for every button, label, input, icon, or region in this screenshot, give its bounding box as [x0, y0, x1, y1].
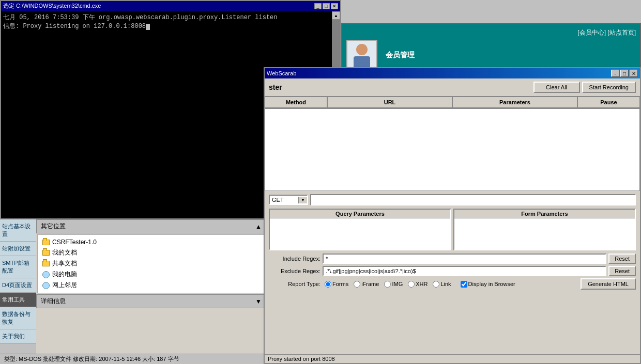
folder-icon-2 [42, 249, 50, 257]
cmd-cursor [146, 24, 150, 30]
nav-item-5[interactable]: 常用工具 [0, 293, 36, 307]
form-params-header: Form Parameters [454, 210, 635, 218]
include-regex-row: Include Regex: Reset [269, 254, 636, 264]
radio-xhr[interactable]: XHR [408, 281, 428, 288]
disk-icon-1 [42, 271, 50, 279]
proxy-table-body [265, 108, 640, 191]
radio-img-input[interactable] [384, 281, 391, 288]
sidebar-collapse-icon[interactable]: ▲ [255, 223, 262, 230]
params-row: Query Parameters Form Parameters [269, 209, 636, 250]
radio-group: Forms iFrame IMG XHR Link [325, 281, 451, 288]
exclude-regex-input[interactable] [323, 266, 606, 276]
url-input[interactable] [310, 194, 636, 205]
proxy-status-text: Proxy started on port 8008 [268, 356, 335, 362]
sidebar-detail-icon[interactable]: ▼ [255, 298, 262, 305]
nav-item-7[interactable]: 关于我们 [0, 329, 36, 344]
status-bar: 类型: MS-DOS 批处理文件 修改日期: 2007-11-5 12:46 大… [0, 354, 264, 364]
proxy-minimize-btn[interactable]: - [611, 70, 619, 77]
form-params-box: Form Parameters [453, 209, 636, 250]
nav-item-1[interactable]: 站点基本设置 [0, 219, 36, 242]
radio-iframe[interactable]: iFrame [354, 281, 379, 288]
radio-forms-input[interactable] [325, 281, 331, 288]
file-item-5[interactable]: 网上邻居 [40, 280, 263, 291]
cmd-minimize-btn[interactable]: _ [314, 3, 322, 9]
section-title: 会员管理 [386, 51, 415, 60]
proxy-toolbar: ster Clear All Start Recording [265, 78, 640, 97]
proxy-table-header: Method URL Parameters Pause [265, 97, 640, 108]
proxy-titlebar: WebScarab - □ ✕ [265, 68, 640, 78]
folder-icon-1 [42, 238, 50, 246]
file-item-1[interactable]: CSRFTester-1.0 [40, 237, 263, 247]
include-regex-label: Include Regex: [269, 256, 320, 262]
proxy-content: GET POST HEAD PUT DELETE ▼ Query Paramet… [265, 194, 640, 294]
nav-item-4[interactable]: D4页面设置 [0, 278, 36, 293]
col-method: Method [265, 97, 327, 108]
file-info: 类型: MS-DOS 批处理文件 修改日期: 2007-11-5 12:46 大… [4, 355, 179, 363]
method-dropdown[interactable]: GET POST HEAD PUT DELETE ▼ [269, 195, 308, 205]
proxy-maximize-btn[interactable]: □ [620, 70, 629, 77]
nav-item-2[interactable]: 站附加设置 [0, 242, 36, 256]
radio-forms[interactable]: Forms [325, 281, 348, 288]
cmd-title-text: 选定 C:\WINDOWS\system32\cmd.exe [3, 2, 101, 10]
proxy-toolbar-buttons: Clear All Start Recording [533, 82, 636, 93]
url-row: GET POST HEAD PUT DELETE ▼ [269, 194, 636, 205]
cmd-maximize-btn[interactable]: □ [323, 3, 330, 9]
file-item-4[interactable]: 我的电脑 [40, 269, 263, 280]
clear-all-button[interactable]: Clear All [533, 82, 580, 93]
display-in-browser-checkbox[interactable] [461, 281, 467, 288]
col-parameters: Parameters [452, 97, 577, 108]
file-item-2[interactable]: 我的文档 [40, 247, 263, 258]
sidebar-section1-header[interactable]: 其它位置 ▲ [36, 219, 266, 233]
exclude-regex-label: Exclude Regex: [269, 268, 320, 274]
include-reset-button[interactable]: Reset [608, 254, 636, 264]
radio-img[interactable]: IMG [384, 281, 403, 288]
query-params-header: Query Parameters [270, 210, 450, 218]
file-tree: CSRFTester-1.0 我的文档 共享文档 我的电脑 网上邻居 [37, 234, 265, 293]
query-params-box: Query Parameters [269, 209, 451, 250]
col-url: URL [327, 97, 452, 108]
form-params-body [454, 218, 635, 249]
col-pause: Pause [577, 97, 640, 108]
disk-icon-2 [42, 281, 50, 290]
proxy-window: WebScarab - □ ✕ ster Clear All Start Rec… [264, 67, 641, 364]
cmd-controls: _ □ ✕ [314, 3, 338, 9]
report-type-label: Report Type: [269, 281, 320, 287]
query-params-body [270, 218, 450, 249]
cmd-close-btn[interactable]: ✕ [331, 3, 338, 9]
nav-right-links[interactable]: [会员中心] [站点首页] [577, 28, 636, 37]
left-nav: 站点基本设置 站附加设置 SMTP邮箱配置 D4页面设置 常用工具 数据备份与恢… [0, 219, 36, 344]
display-in-browser-item[interactable]: Display in Browser [461, 281, 515, 288]
folder-icon-3 [42, 260, 50, 268]
radio-xhr-input[interactable] [408, 281, 415, 288]
exclude-regex-row: Exclude Regex: Reset [269, 266, 636, 276]
avatar-head [356, 44, 368, 55]
nav-item-6[interactable]: 数据备份与恢复 [0, 307, 36, 329]
proxy-toolbar-title: ster [269, 83, 282, 91]
file-tree-sidebar: 其它位置 ▲ CSRFTester-1.0 我的文档 共享文档 我的电脑 网上邻… [36, 219, 266, 354]
proxy-title-controls: - □ ✕ [611, 70, 638, 77]
radio-link[interactable]: Link [433, 281, 451, 288]
cmd-line2: 信息: Proxy listening on 127.0.0.1:8008 [3, 22, 338, 30]
proxy-title: WebScarab [267, 70, 296, 76]
radio-link-input[interactable] [433, 281, 439, 288]
sidebar-section2-header[interactable]: 详细信息 ▼ [36, 294, 266, 308]
proxy-close-btn[interactable]: ✕ [630, 70, 638, 77]
start-recording-button[interactable]: Start Recording [582, 82, 636, 93]
cmd-line1: 七月 05, 2016 7:53:39 下午 org.owasp.webscar… [3, 13, 338, 22]
exclude-reset-button[interactable]: Reset [608, 266, 636, 276]
cmd-titlebar: 选定 C:\WINDOWS\system32\cmd.exe _ □ ✕ [1, 1, 340, 11]
include-regex-input[interactable] [323, 254, 606, 264]
nav-item-3[interactable]: SMTP邮箱配置 [0, 256, 36, 278]
radio-iframe-input[interactable] [354, 281, 360, 288]
cmd-scroll-up[interactable]: ▲ [332, 11, 340, 20]
generate-html-button[interactable]: Generate HTML [581, 278, 636, 290]
file-item-3[interactable]: 共享文档 [40, 258, 263, 269]
method-arrow[interactable]: ▼ [298, 197, 307, 203]
method-select[interactable]: GET POST HEAD PUT DELETE [270, 196, 298, 204]
report-type-row: Report Type: Forms iFrame IMG XHR [269, 278, 636, 290]
proxy-status-bar: Proxy started on port 8008 [265, 354, 640, 363]
